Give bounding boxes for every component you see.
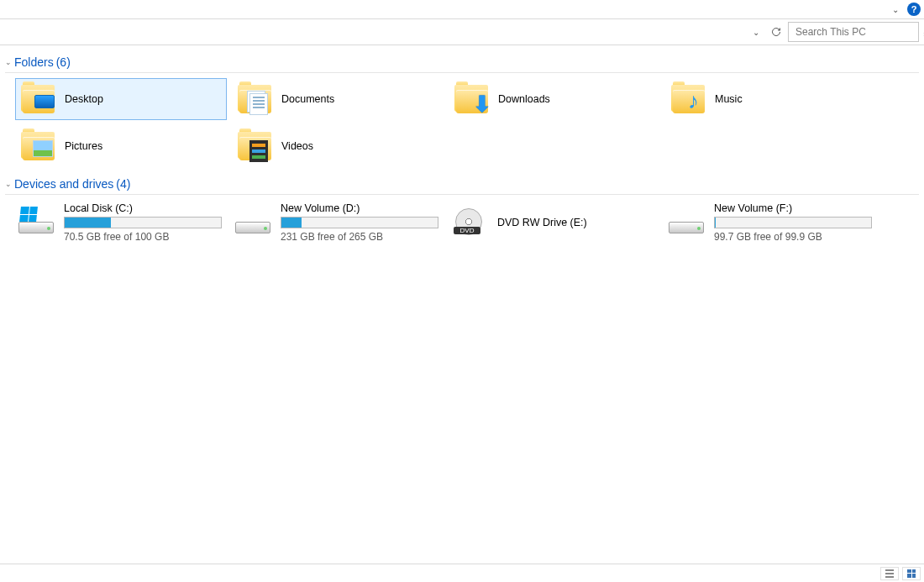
large-icons-view-button[interactable] (902, 567, 921, 580)
folder-icon (21, 83, 56, 115)
folder-label: Videos (281, 140, 313, 152)
drive-name: DVD RW Drive (E:) (497, 217, 657, 228)
drive-capacity-bar (281, 217, 438, 228)
search-box[interactable]: ⌕ (788, 22, 919, 42)
drive-icon (669, 207, 706, 239)
search-input[interactable] (794, 25, 923, 39)
drive-free-text: 70.5 GB free of 100 GB (64, 231, 223, 243)
drives-group-title: Devices and drives (14, 177, 113, 191)
refresh-button[interactable] (768, 23, 785, 41)
folder-label: Music (715, 93, 743, 105)
drive-icon (18, 207, 55, 239)
drive-capacity-bar (714, 217, 872, 228)
help-icon[interactable]: ? (907, 3, 921, 16)
folder-item[interactable]: Documents (232, 78, 444, 120)
folder-icon: ♪ (671, 83, 706, 115)
folder-icon (238, 130, 273, 162)
drive-item[interactable]: Local Disk (C:)70.5 GB free of 100 GB (15, 200, 227, 245)
folders-group-title: Folders (14, 55, 54, 69)
folder-item[interactable]: Pictures (15, 125, 227, 167)
folder-item[interactable]: ♪Music (665, 78, 877, 120)
details-view-button[interactable] (880, 567, 899, 580)
folders-group-header[interactable]: ⌄ Folders (6) (5, 45, 919, 73)
chevron-down-icon: ⌄ (5, 180, 12, 188)
address-history-dropdown[interactable]: ⌄ (748, 23, 764, 41)
ribbon-chevron-icon[interactable]: ⌄ (889, 3, 902, 16)
folder-icon (21, 130, 56, 162)
folder-label: Downloads (498, 93, 550, 105)
folders-group-count: (6) (56, 55, 71, 69)
drives-group-count: (4) (116, 177, 130, 191)
folder-item[interactable]: Desktop (15, 78, 227, 120)
folder-label: Pictures (65, 140, 102, 152)
drive-free-text: 99.7 GB free of 99.9 GB (714, 231, 874, 243)
drive-name: New Volume (F:) (714, 202, 874, 214)
folder-item[interactable]: ⬇Downloads (449, 78, 660, 120)
drive-name: New Volume (D:) (281, 202, 440, 214)
drive-item[interactable]: DVDDVD RW Drive (E:) (449, 200, 660, 245)
drive-item[interactable]: New Volume (D:)231 GB free of 265 GB (232, 200, 444, 245)
drive-free-text: 231 GB free of 265 GB (281, 231, 440, 243)
drives-group-header[interactable]: ⌄ Devices and drives (4) (5, 167, 919, 195)
folder-item[interactable]: Videos (232, 125, 444, 167)
drive-name: Local Disk (C:) (64, 202, 223, 214)
drive-item[interactable]: New Volume (F:)99.7 GB free of 99.9 GB (665, 200, 877, 245)
folder-icon: ⬇ (454, 83, 490, 115)
drive-capacity-bar (64, 217, 222, 228)
folder-label: Desktop (65, 93, 103, 105)
folder-icon (238, 83, 273, 115)
folder-label: Documents (281, 93, 334, 105)
drive-icon: DVD (452, 207, 489, 239)
drive-icon (235, 207, 272, 239)
chevron-down-icon: ⌄ (5, 58, 12, 66)
